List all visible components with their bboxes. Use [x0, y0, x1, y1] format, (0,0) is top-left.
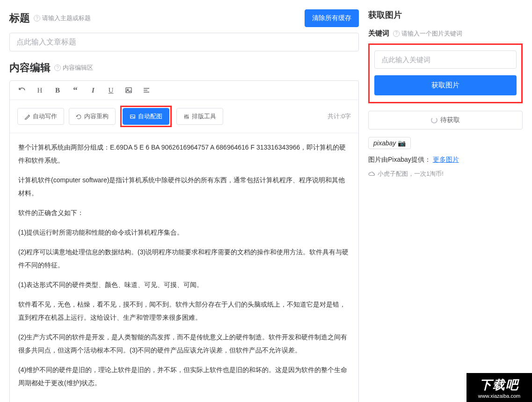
content-help-text: 内容编辑区 — [63, 64, 93, 72]
more-images-link[interactable]: 更多图片 — [433, 156, 459, 163]
editor-paragraph: (2)生产方式不同的软件是开发，是人类智能的高发挥，而不是传统意义上的硬件制造。… — [18, 330, 350, 357]
image-icon[interactable] — [124, 86, 133, 95]
editor-action-toolbar: 自动写作 内容重构 自动配图 排版工具 — [10, 100, 358, 133]
content-section-header: 内容编辑 ? 内容编辑区 — [9, 61, 359, 75]
editor-paragraph: (1)表达形式不同的硬件类型、颜色、味道、可见、可摸、可闻。 — [18, 278, 350, 291]
content-header-left: 内容编辑 ? 内容编辑区 — [9, 61, 93, 75]
auto-write-button[interactable]: 自动写作 — [17, 108, 64, 125]
tip-text: 小虎子配图，一次1淘币! — [378, 170, 444, 178]
auto-write-label: 自动写作 — [33, 112, 57, 121]
quote-icon[interactable]: “ — [71, 86, 80, 95]
sidebar-title: 获取图片 — [368, 9, 523, 21]
article-title-input[interactable] — [9, 33, 359, 51]
watermark-url: www.xiazaiba.com — [478, 393, 520, 399]
editor-content-area[interactable]: 整个计算机系统由两部分组成：E.69DA 5 E 6 BA 9062616964… — [10, 133, 358, 402]
editor-paragraph: 计算机软件(computer software)是指计算机系统中除硬件以外的所有… — [18, 173, 350, 200]
help-icon: ? — [34, 15, 40, 22]
editor-paragraph: (2)程序可以满意地处理信息的数据结构。(3)说明程序功能要求和程序需要的文档的… — [18, 245, 350, 272]
tip-line: 小虎子配图，一次1淘币! — [368, 170, 523, 178]
watermark-title: 下载吧 — [480, 377, 519, 393]
camera-icon: 📷 — [398, 139, 406, 147]
italic-icon[interactable]: I — [88, 86, 98, 95]
status-text: 待获取 — [440, 116, 460, 124]
editor-paragraph: (1)提供运行时所需功能和性能的命令或计算机程序集合。 — [18, 226, 350, 239]
layout-tool-label: 排版工具 — [192, 112, 216, 121]
editor-paragraph: 软件看不见，无色，枯燥，看不见，摸不到，闻不到。软件大部分存在于人们的头脑或纸上… — [18, 298, 350, 324]
bold-icon[interactable]: B — [53, 86, 62, 95]
svg-point-8 — [188, 117, 189, 118]
clear-cache-button[interactable]: 清除所有缓存 — [305, 9, 359, 27]
word-count: 共计:0字 — [328, 112, 351, 121]
watermark: 下载吧 www.xiazaiba.com — [466, 373, 532, 402]
keyword-help: ? 请输入一个图片关键词 — [393, 29, 462, 38]
title-help: ? 请输入主题或标题 — [34, 14, 91, 22]
help-icon: ? — [393, 30, 400, 37]
title-section-header: 标题 ? 请输入主题或标题 清除所有缓存 — [9, 9, 359, 27]
loading-icon — [431, 117, 437, 123]
fetch-status: 待获取 — [368, 111, 523, 129]
action-buttons: 自动写作 内容重构 自动配图 排版工具 — [17, 106, 223, 127]
layout-tool-button[interactable]: 排版工具 — [176, 108, 223, 125]
undo-icon[interactable] — [17, 86, 27, 95]
keyword-help-text: 请输入一个图片关键词 — [401, 29, 462, 38]
editor-box: H B “ I U 自动写作 — [9, 80, 359, 402]
provider-info: 图片由Pixabay提供： 更多图片 — [368, 156, 523, 164]
cloud-icon — [368, 171, 375, 177]
editor-paragraph: 整个计算机系统由两部分组成：E.69DA 5 E 6 BA 9062616964… — [18, 141, 350, 167]
align-icon[interactable] — [142, 86, 151, 95]
auto-image-label: 自动配图 — [138, 112, 162, 121]
auto-image-button[interactable]: 自动配图 — [123, 108, 169, 125]
help-icon: ? — [54, 65, 61, 71]
keyword-header: 关键词 ? 请输入一个图片关键词 — [368, 29, 523, 38]
editor-paragraph: (4)维护不同的硬件是旧的，理论上软件是旧的，并不坏，但实际上软件也是旧的和坏的… — [18, 363, 350, 389]
editor-format-toolbar: H B “ I U — [10, 81, 358, 100]
pixabay-badge: pixabay 📷 — [368, 137, 411, 149]
main-column: 标题 ? 请输入主题或标题 清除所有缓存 内容编辑 ? 内容编辑区 — [9, 9, 359, 402]
title-header-left: 标题 ? 请输入主题或标题 — [9, 11, 91, 25]
editor-paragraph: 软件的正确含义如下： — [18, 206, 350, 219]
content-rebuild-button[interactable]: 内容重构 — [69, 108, 116, 125]
provider-text: 图片由Pixabay提供： — [368, 156, 431, 163]
highlight-frame: 获取图片 — [368, 43, 523, 103]
fetch-image-button[interactable]: 获取图片 — [374, 75, 517, 95]
heading-icon[interactable]: H — [35, 86, 44, 95]
keyword-input[interactable] — [374, 50, 517, 69]
svg-rect-0 — [126, 88, 131, 93]
sidebar: 获取图片 关键词 ? 请输入一个图片关键词 获取图片 待获取 pixabay 📷… — [368, 9, 523, 402]
underline-icon[interactable]: U — [106, 86, 116, 95]
title-help-text: 请输入主题或标题 — [42, 14, 91, 22]
content-help: ? 内容编辑区 — [54, 64, 93, 72]
title-label: 标题 — [9, 11, 30, 25]
highlight-box: 自动配图 — [120, 106, 172, 127]
svg-point-6 — [184, 116, 185, 117]
content-label: 内容编辑 — [9, 61, 51, 75]
svg-point-7 — [186, 115, 187, 116]
keyword-label: 关键词 — [368, 29, 389, 38]
content-rebuild-label: 内容重构 — [84, 112, 109, 121]
